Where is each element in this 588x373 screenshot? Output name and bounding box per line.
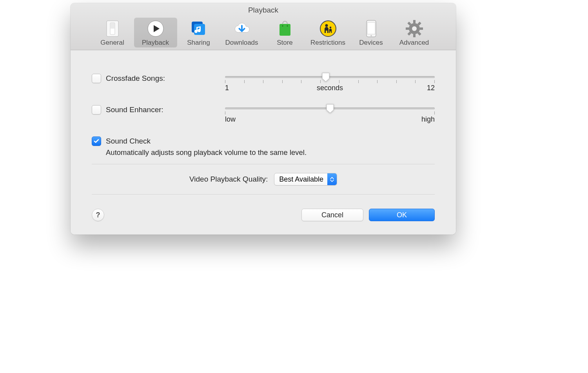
parental-icon	[319, 20, 337, 37]
cancel-label: Cancel	[321, 211, 343, 219]
tab-label: Restrictions	[310, 39, 345, 47]
tab-playback[interactable]: Playback	[134, 18, 177, 47]
sound-enhancer-checkbox[interactable]	[92, 105, 101, 115]
video-quality-row: Video Playback Quality: Best Available	[92, 173, 435, 186]
crossfade-checkbox[interactable]	[92, 74, 101, 83]
svg-rect-14	[367, 22, 375, 34]
divider	[92, 164, 435, 164]
titlebar: Playback General	[71, 3, 456, 50]
shopping-bag-icon	[276, 20, 294, 37]
crossfade-label: Crossfade Songs:	[106, 74, 165, 83]
video-quality-label: Video Playback Quality:	[189, 175, 268, 184]
crossfade-slider[interactable]: 1 seconds 12	[225, 74, 435, 93]
tab-label: General	[100, 39, 124, 47]
crossfade-row: Crossfade Songs: 1 seconds	[92, 74, 435, 93]
slider-thumb-icon[interactable]	[321, 72, 330, 82]
tab-devices[interactable]: Devices	[350, 18, 393, 47]
window-title: Playback	[71, 6, 456, 15]
switch-icon	[104, 20, 121, 37]
help-button[interactable]: ?	[92, 209, 104, 221]
sound-enhancer-label: Sound Enhancer:	[106, 106, 163, 114]
music-files-icon	[190, 20, 207, 37]
phone-icon	[363, 20, 380, 37]
divider	[92, 194, 435, 195]
cloud-download-icon	[233, 20, 250, 37]
tab-label: Sharing	[187, 39, 210, 47]
tab-sharing[interactable]: Sharing	[177, 18, 220, 47]
gear-icon	[406, 20, 423, 37]
tab-store[interactable]: Store	[263, 18, 307, 47]
slider-thumb-icon[interactable]	[326, 104, 334, 114]
svg-point-8	[282, 25, 283, 27]
svg-rect-17	[413, 20, 416, 23]
crossfade-unit: seconds	[225, 84, 435, 92]
svg-rect-19	[406, 27, 409, 30]
svg-point-11	[325, 24, 328, 27]
tab-advanced[interactable]: Advanced	[393, 18, 436, 47]
tab-label: Downloads	[225, 39, 258, 47]
cancel-button[interactable]: Cancel	[301, 209, 363, 221]
tab-general[interactable]: General	[91, 18, 134, 47]
play-icon	[147, 20, 164, 37]
content-area: Crossfade Songs: 1 seconds	[71, 50, 456, 235]
preferences-window: Playback General	[71, 3, 456, 235]
toolbar: General Playback	[71, 16, 456, 50]
sound-enhancer-slider[interactable]: low high	[225, 105, 435, 124]
ok-label: OK	[397, 211, 407, 219]
svg-point-15	[370, 35, 372, 36]
ok-button[interactable]: OK	[369, 209, 435, 221]
svg-rect-20	[420, 27, 423, 30]
svg-rect-6	[279, 24, 290, 36]
video-quality-select[interactable]: Best Available	[274, 173, 337, 186]
sound-check-checkbox[interactable]	[92, 136, 101, 146]
sound-check-row: Sound Check Automatically adjusts song p…	[92, 136, 435, 157]
svg-point-12	[329, 27, 331, 29]
tab-restrictions[interactable]: Restrictions	[307, 18, 350, 47]
sound-enhancer-row: Sound Enhancer: low high	[92, 105, 435, 124]
updown-arrows-icon	[327, 173, 337, 185]
svg-rect-18	[413, 34, 416, 37]
tab-label: Devices	[359, 39, 383, 47]
sound-check-description: Automatically adjusts song playback volu…	[106, 148, 307, 157]
svg-point-9	[287, 25, 288, 27]
help-icon: ?	[96, 211, 100, 219]
enhancer-min: low	[225, 115, 236, 124]
tab-label: Advanced	[399, 39, 429, 47]
tab-downloads[interactable]: Downloads	[220, 18, 263, 47]
sound-check-label: Sound Check	[106, 137, 151, 146]
enhancer-max: high	[421, 115, 435, 124]
tab-label: Store	[277, 39, 293, 47]
svg-point-25	[412, 26, 417, 31]
video-quality-value: Best Available	[279, 175, 323, 184]
svg-rect-2	[111, 23, 114, 29]
tab-label: Playback	[142, 39, 169, 47]
footer: ? Cancel OK	[92, 203, 435, 229]
